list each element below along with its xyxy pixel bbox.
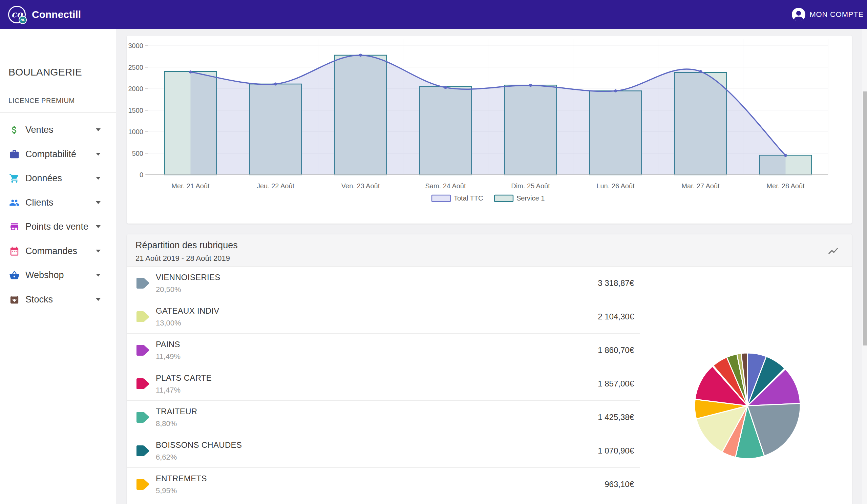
licence-label: LICENCE PREMIUM — [9, 97, 75, 105]
nf-badge: NF — [19, 16, 27, 24]
chevron-down-icon — [96, 274, 100, 277]
chevron-down-icon — [96, 177, 100, 180]
category-percent: 20,50% — [156, 285, 221, 294]
sidebar-item-label: Données — [25, 173, 62, 184]
category-percent: 6,62% — [156, 453, 242, 462]
sidebar-item-label: Stocks — [25, 294, 53, 305]
x-axis-label: Sam. 24 Août — [425, 182, 466, 190]
y-axis-label: 0 — [140, 171, 143, 179]
sales-combo-chart[interactable]: 050010001500200025003000Mer. 21 AoûtJeu.… — [127, 35, 852, 224]
chevron-down-icon — [96, 250, 100, 253]
category-amount: 3 318,87€ — [598, 278, 634, 288]
category-row[interactable]: VIENNOISERIES20,50%3 318,87€ — [127, 267, 640, 300]
sidebar-item-points-de-vente[interactable]: Points de vente — [0, 215, 116, 239]
tag-icon — [136, 311, 150, 322]
tag-icon — [136, 411, 150, 423]
category-percent: 11,49% — [156, 352, 181, 361]
category-row[interactable]: PLATS CARTE11,47%1 857,00€ — [127, 367, 640, 401]
cart-icon — [9, 173, 20, 184]
legend-label: Service 1 — [516, 194, 545, 202]
sidebar-item-label: Clients — [25, 197, 54, 208]
category-amount: 1 860,70€ — [598, 345, 634, 355]
category-row[interactable]: PAINS11,49%1 860,70€ — [127, 334, 640, 367]
category-amount: 963,10€ — [604, 480, 634, 489]
chevron-down-icon — [96, 298, 100, 301]
tag-icon — [136, 344, 150, 356]
sidebar-item-ventes[interactable]: Ventes — [0, 118, 116, 142]
category-row[interactable]: TRAITEUR8,80%1 425,38€ — [127, 401, 640, 434]
brand-name: Connectill — [32, 9, 81, 20]
category-percent: 5,95% — [156, 486, 207, 495]
x-axis-label: Mer. 21 Août — [171, 182, 210, 190]
category-name: PLATS CARTE — [156, 373, 212, 383]
tag-icon — [136, 378, 150, 389]
category-row[interactable]: BOISSONS CHAUDES6,62%1 070,90€ — [127, 434, 640, 468]
store-icon — [9, 222, 20, 232]
line-point[interactable] — [189, 71, 192, 74]
sidebar-item-donnees[interactable]: Données — [0, 166, 116, 191]
scrollbar-thumb[interactable] — [863, 92, 867, 345]
category-row[interactable]: GATEAUX INDIV13,00%2 104,30€ — [127, 300, 640, 334]
category-row[interactable]: ENTREMETS5,95%963,10€ — [127, 468, 640, 501]
chevron-down-icon — [96, 201, 100, 204]
rubrique-pie-chart[interactable] — [693, 352, 802, 460]
account-label: MON COMPTE — [810, 10, 864, 19]
line-point[interactable] — [444, 86, 447, 89]
sidebar: BOULANGERIE LICENCE PREMIUM VentesCompta… — [0, 29, 116, 504]
chevron-down-icon — [96, 128, 100, 131]
people-icon — [9, 197, 20, 208]
y-axis-label: 2500 — [128, 64, 143, 71]
category-percent: 13,00% — [156, 319, 220, 328]
category-amount: 1 425,38€ — [598, 412, 634, 422]
repartition-card: Répartition des rubriques 21 Août 2019 -… — [127, 234, 852, 504]
line-point[interactable] — [614, 89, 617, 93]
repartition-title: Répartition des rubriques — [136, 240, 852, 251]
scrollbar-track[interactable] — [862, 29, 867, 504]
line-point[interactable] — [359, 54, 362, 56]
sidebar-menu: VentesComptabilitéDonnéesClientsPoints d… — [0, 113, 116, 312]
tag-icon — [136, 479, 150, 490]
sidebar-item-comptabilite[interactable]: Comptabilité — [0, 142, 116, 167]
category-name: TRAITEUR — [156, 407, 197, 416]
legend-swatch[interactable] — [432, 195, 450, 202]
trending-chart-icon[interactable] — [827, 245, 839, 257]
x-axis-label: Ven. 23 Août — [341, 182, 380, 190]
category-percent: 11,47% — [156, 386, 212, 395]
category-percent: 8,80% — [156, 419, 197, 428]
x-axis-label: Mar. 27 Août — [682, 182, 720, 190]
app-root: co NF Connectill MON COMPTE BOULANGERIE … — [0, 0, 867, 504]
y-axis-label: 500 — [132, 150, 143, 157]
sidebar-item-clients[interactable]: Clients — [0, 191, 116, 215]
repartition-header: Répartition des rubriques 21 Août 2019 -… — [127, 234, 852, 267]
sidebar-item-stocks[interactable]: Stocks — [0, 288, 116, 312]
legend-label: Total TTC — [454, 194, 483, 202]
connectill-logo-icon[interactable]: co NF — [8, 6, 26, 23]
top-navbar: co NF Connectill MON COMPTE — [0, 0, 867, 29]
y-axis-label: 1000 — [128, 128, 143, 136]
line-point[interactable] — [784, 154, 787, 157]
legend-swatch[interactable] — [494, 195, 513, 202]
chevron-down-icon — [96, 153, 100, 156]
sidebar-item-label: Points de vente — [25, 222, 88, 232]
tag-icon — [136, 277, 150, 289]
category-amount: 2 104,30€ — [598, 312, 634, 321]
account-menu-button[interactable]: MON COMPTE — [792, 8, 864, 21]
category-list: VIENNOISERIES20,50%3 318,87€GATEAUX INDI… — [127, 267, 640, 501]
x-axis-label: Mer. 28 Août — [767, 182, 805, 190]
line-point[interactable] — [274, 83, 277, 86]
pie-chart-container — [693, 352, 802, 460]
repartition-date-range: 21 Août 2019 - 28 Août 2019 — [136, 254, 852, 263]
sidebar-item-commandes[interactable]: Commandes — [0, 239, 116, 264]
archive-icon — [9, 294, 20, 305]
sidebar-item-label: Comptabilité — [25, 149, 76, 160]
category-name: BOISSONS CHAUDES — [156, 440, 242, 450]
dollar-icon — [9, 125, 20, 135]
y-axis-label: 1500 — [128, 107, 143, 114]
x-axis-label: Lun. 26 Août — [596, 182, 635, 190]
line-point[interactable] — [529, 84, 532, 87]
line-point[interactable] — [699, 70, 702, 73]
x-axis-label: Dim. 25 Août — [511, 182, 550, 190]
y-axis-label: 3000 — [128, 42, 143, 50]
sidebar-item-webshop[interactable]: Webshop — [0, 263, 116, 288]
category-name: ENTREMETS — [156, 474, 207, 483]
